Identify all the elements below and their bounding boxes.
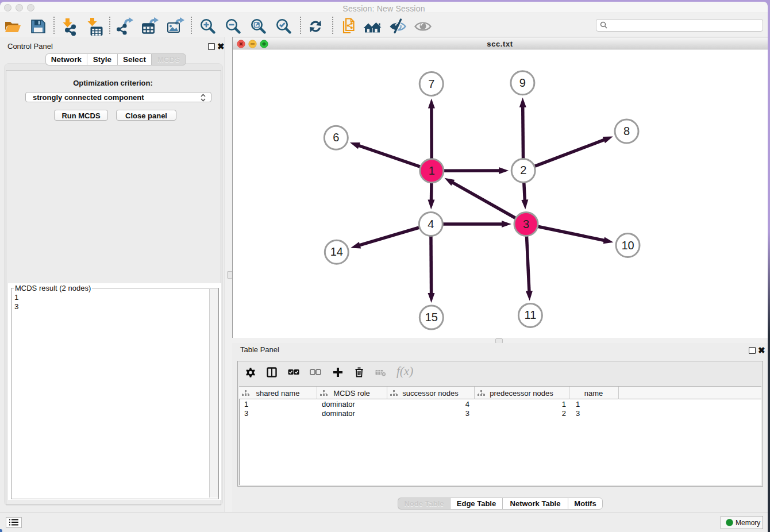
svg-text:9: 9 <box>519 76 526 89</box>
svg-text:3: 3 <box>523 218 529 230</box>
svg-text:7: 7 <box>428 78 434 90</box>
svg-text:4: 4 <box>428 218 434 230</box>
svg-text:8: 8 <box>623 125 630 137</box>
svg-text:1: 1 <box>429 164 435 177</box>
svg-text:6: 6 <box>333 131 339 144</box>
svg-text:10: 10 <box>621 239 634 252</box>
svg-text:2: 2 <box>520 164 526 176</box>
svg-text:11: 11 <box>525 309 537 321</box>
svg-text:15: 15 <box>425 311 438 323</box>
svg-text:14: 14 <box>330 245 343 258</box>
